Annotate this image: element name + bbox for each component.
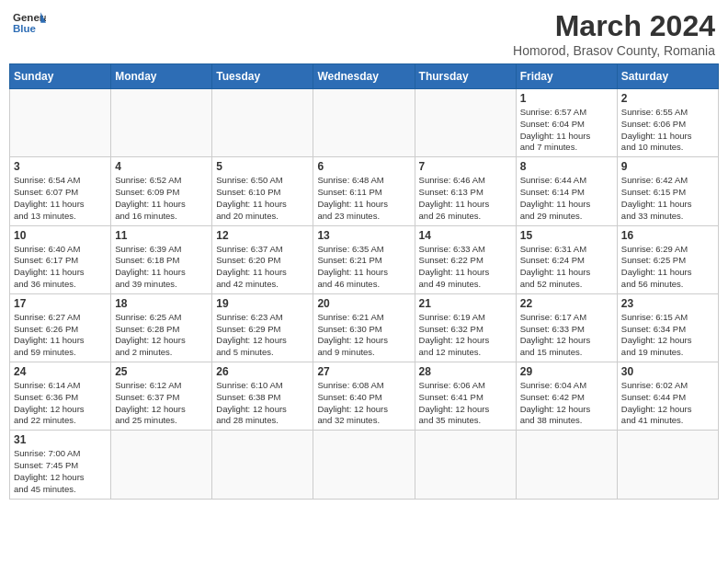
day-info: Sunrise: 6:17 AM Sunset: 6:33 PM Dayligh… — [520, 312, 613, 359]
calendar-cell: 14Sunrise: 6:33 AM Sunset: 6:22 PM Dayli… — [415, 225, 516, 293]
calendar-cell: 6Sunrise: 6:48 AM Sunset: 6:11 PM Daylig… — [313, 157, 415, 225]
calendar-cell — [516, 431, 617, 499]
day-info: Sunrise: 6:29 AM Sunset: 6:25 PM Dayligh… — [621, 244, 714, 291]
calendar-cell: 28Sunrise: 6:06 AM Sunset: 6:41 PM Dayli… — [415, 362, 516, 431]
calendar-cell: 22Sunrise: 6:17 AM Sunset: 6:33 PM Dayli… — [516, 293, 617, 362]
day-info: Sunrise: 6:39 AM Sunset: 6:18 PM Dayligh… — [115, 244, 208, 291]
calendar-cell — [415, 89, 516, 157]
calendar-cell: 29Sunrise: 6:04 AM Sunset: 6:42 PM Dayli… — [516, 362, 617, 431]
day-info: Sunrise: 6:08 AM Sunset: 6:40 PM Dayligh… — [317, 380, 410, 427]
day-info: Sunrise: 6:15 AM Sunset: 6:34 PM Dayligh… — [621, 312, 714, 359]
calendar-cell: 12Sunrise: 6:37 AM Sunset: 6:20 PM Dayli… — [212, 225, 313, 293]
weekday-header-row: SundayMondayTuesdayWednesdayThursdayFrid… — [10, 64, 719, 89]
logo-icon: General Blue — [13, 9, 46, 35]
day-number: 17 — [14, 297, 107, 310]
day-info: Sunrise: 6:06 AM Sunset: 6:41 PM Dayligh… — [419, 380, 512, 427]
calendar-cell: 13Sunrise: 6:35 AM Sunset: 6:21 PM Dayli… — [313, 225, 415, 293]
weekday-header: Saturday — [617, 64, 718, 89]
calendar-cell — [617, 431, 718, 499]
day-number: 13 — [317, 229, 410, 242]
day-number: 29 — [520, 365, 613, 378]
day-number: 26 — [216, 365, 309, 378]
day-number: 15 — [520, 229, 613, 242]
calendar-cell: 18Sunrise: 6:25 AM Sunset: 6:28 PM Dayli… — [111, 293, 212, 362]
day-number: 7 — [419, 160, 512, 173]
day-info: Sunrise: 6:19 AM Sunset: 6:32 PM Dayligh… — [419, 312, 512, 359]
day-number: 1 — [520, 92, 613, 105]
day-info: Sunrise: 6:55 AM Sunset: 6:06 PM Dayligh… — [621, 107, 714, 154]
calendar-cell: 4Sunrise: 6:52 AM Sunset: 6:09 PM Daylig… — [111, 157, 212, 225]
day-info: Sunrise: 6:52 AM Sunset: 6:09 PM Dayligh… — [115, 175, 208, 222]
day-info: Sunrise: 6:57 AM Sunset: 6:04 PM Dayligh… — [520, 107, 613, 154]
day-number: 5 — [216, 160, 309, 173]
calendar-cell — [10, 89, 111, 157]
weekday-header: Monday — [111, 64, 212, 89]
calendar-week-row: 31Sunrise: 7:00 AM Sunset: 7:45 PM Dayli… — [10, 431, 719, 499]
title-block: March 2024 Homorod, Brasov County, Roman… — [513, 9, 715, 58]
calendar-cell: 5Sunrise: 6:50 AM Sunset: 6:10 PM Daylig… — [212, 157, 313, 225]
calendar-week-row: 24Sunrise: 6:14 AM Sunset: 6:36 PM Dayli… — [10, 362, 719, 431]
month-title: March 2024 — [513, 9, 715, 43]
day-number: 14 — [419, 229, 512, 242]
location-subtitle: Homorod, Brasov County, Romania — [513, 43, 715, 58]
day-number: 25 — [115, 365, 208, 378]
day-number: 12 — [216, 229, 309, 242]
day-number: 6 — [317, 160, 410, 173]
day-number: 19 — [216, 297, 309, 310]
day-number: 2 — [621, 92, 714, 105]
calendar-cell: 10Sunrise: 6:40 AM Sunset: 6:17 PM Dayli… — [10, 225, 111, 293]
day-info: Sunrise: 6:25 AM Sunset: 6:28 PM Dayligh… — [115, 312, 208, 359]
day-number: 20 — [317, 297, 410, 310]
day-number: 4 — [115, 160, 208, 173]
calendar-cell: 11Sunrise: 6:39 AM Sunset: 6:18 PM Dayli… — [111, 225, 212, 293]
calendar-cell: 23Sunrise: 6:15 AM Sunset: 6:34 PM Dayli… — [617, 293, 718, 362]
weekday-header: Thursday — [415, 64, 516, 89]
day-number: 9 — [621, 160, 714, 173]
day-info: Sunrise: 6:04 AM Sunset: 6:42 PM Dayligh… — [520, 380, 613, 427]
weekday-header: Wednesday — [313, 64, 415, 89]
calendar-cell: 1Sunrise: 6:57 AM Sunset: 6:04 PM Daylig… — [516, 89, 617, 157]
day-number: 23 — [621, 297, 714, 310]
day-info: Sunrise: 6:46 AM Sunset: 6:13 PM Dayligh… — [419, 175, 512, 222]
calendar-cell — [313, 431, 415, 499]
calendar-cell: 3Sunrise: 6:54 AM Sunset: 6:07 PM Daylig… — [10, 157, 111, 225]
calendar-cell: 21Sunrise: 6:19 AM Sunset: 6:32 PM Dayli… — [415, 293, 516, 362]
calendar-cell: 19Sunrise: 6:23 AM Sunset: 6:29 PM Dayli… — [212, 293, 313, 362]
calendar-cell: 15Sunrise: 6:31 AM Sunset: 6:24 PM Dayli… — [516, 225, 617, 293]
calendar-week-row: 10Sunrise: 6:40 AM Sunset: 6:17 PM Dayli… — [10, 225, 719, 293]
calendar-week-row: 1Sunrise: 6:57 AM Sunset: 6:04 PM Daylig… — [10, 89, 719, 157]
day-info: Sunrise: 6:44 AM Sunset: 6:14 PM Dayligh… — [520, 175, 613, 222]
page-header: General Blue March 2024 Homorod, Brasov … — [9, 9, 719, 58]
calendar-cell: 30Sunrise: 6:02 AM Sunset: 6:44 PM Dayli… — [617, 362, 718, 431]
svg-text:Blue: Blue — [13, 23, 37, 34]
day-info: Sunrise: 6:37 AM Sunset: 6:20 PM Dayligh… — [216, 244, 309, 291]
weekday-header: Tuesday — [212, 64, 313, 89]
calendar-table: SundayMondayTuesdayWednesdayThursdayFrid… — [9, 63, 719, 500]
day-number: 8 — [520, 160, 613, 173]
calendar-cell: 16Sunrise: 6:29 AM Sunset: 6:25 PM Dayli… — [617, 225, 718, 293]
calendar-cell: 25Sunrise: 6:12 AM Sunset: 6:37 PM Dayli… — [111, 362, 212, 431]
calendar-cell: 8Sunrise: 6:44 AM Sunset: 6:14 PM Daylig… — [516, 157, 617, 225]
day-number: 16 — [621, 229, 714, 242]
day-number: 27 — [317, 365, 410, 378]
day-number: 21 — [419, 297, 512, 310]
calendar-cell: 9Sunrise: 6:42 AM Sunset: 6:15 PM Daylig… — [617, 157, 718, 225]
calendar-cell — [212, 431, 313, 499]
day-info: Sunrise: 6:48 AM Sunset: 6:11 PM Dayligh… — [317, 175, 410, 222]
day-number: 28 — [419, 365, 512, 378]
day-info: Sunrise: 7:00 AM Sunset: 7:45 PM Dayligh… — [14, 448, 107, 495]
calendar-cell — [111, 431, 212, 499]
weekday-header: Sunday — [10, 64, 111, 89]
day-info: Sunrise: 6:27 AM Sunset: 6:26 PM Dayligh… — [14, 312, 107, 359]
day-info: Sunrise: 6:02 AM Sunset: 6:44 PM Dayligh… — [621, 380, 714, 427]
day-info: Sunrise: 6:12 AM Sunset: 6:37 PM Dayligh… — [115, 380, 208, 427]
day-info: Sunrise: 6:50 AM Sunset: 6:10 PM Dayligh… — [216, 175, 309, 222]
day-info: Sunrise: 6:33 AM Sunset: 6:22 PM Dayligh… — [419, 244, 512, 291]
day-info: Sunrise: 6:10 AM Sunset: 6:38 PM Dayligh… — [216, 380, 309, 427]
day-info: Sunrise: 6:35 AM Sunset: 6:21 PM Dayligh… — [317, 244, 410, 291]
logo: General Blue — [13, 9, 46, 35]
calendar-cell: 24Sunrise: 6:14 AM Sunset: 6:36 PM Dayli… — [10, 362, 111, 431]
calendar-cell: 27Sunrise: 6:08 AM Sunset: 6:40 PM Dayli… — [313, 362, 415, 431]
day-number: 3 — [14, 160, 107, 173]
day-info: Sunrise: 6:42 AM Sunset: 6:15 PM Dayligh… — [621, 175, 714, 222]
